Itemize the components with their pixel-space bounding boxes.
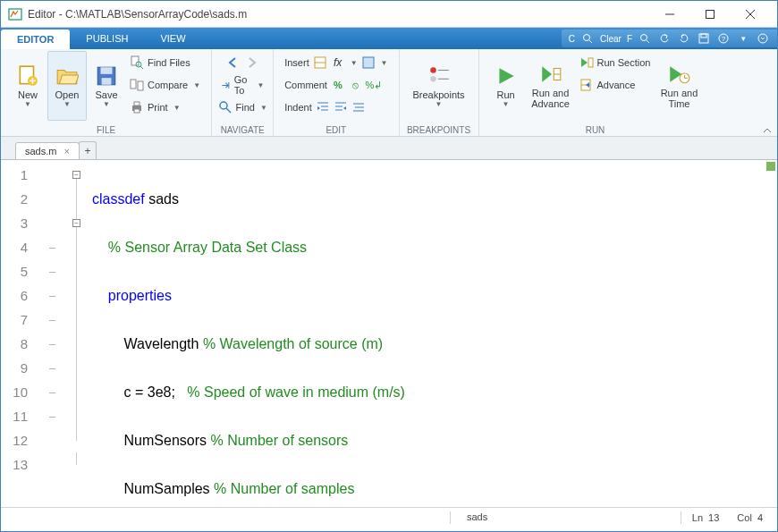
run-advance-button[interactable]: Run and Advance [526,51,576,121]
svg-point-13 [758,34,767,43]
svg-rect-25 [134,102,140,106]
group-navigate: Go To▼ Find▼ NAVIGATE [212,49,274,136]
nav-back-forward[interactable] [223,53,262,72]
goto-icon [221,78,231,92]
wrap-comment-icon[interactable]: %↲ [367,78,381,92]
svg-point-28 [220,102,227,109]
group-run-label: RUN [479,125,712,135]
breakpoints-button[interactable]: Breakpoints▼ [407,51,471,121]
run-section-button[interactable]: Run Section [576,53,655,72]
qat-c-label: C [567,34,577,44]
ribbon-collapse-icon[interactable] [763,123,772,132]
run-time-button[interactable]: Run and Time [654,51,704,121]
svg-point-42 [430,67,436,73]
insert-section-icon[interactable] [313,55,327,70]
run-icon [495,64,518,88]
advance-icon [579,78,594,92]
svg-line-6 [589,40,592,43]
close-tab-icon[interactable]: × [63,146,69,156]
group-edit-label: EDIT [274,125,398,135]
uncomment-icon[interactable]: ⦸ [349,78,363,92]
maximize-button[interactable] [689,2,730,27]
run-time-icon [667,63,690,86]
tab-publish[interactable]: PUBLISH [70,28,144,49]
find-files-button[interactable]: Find Files [126,53,204,72]
search-qat-icon-2[interactable] [636,31,654,46]
ribbon-tabstrip: EDITOR PUBLISH VIEW C Clear F ? ▾ [1,28,777,49]
open-icon [55,64,79,88]
minimize-button[interactable] [649,2,689,27]
find-icon [218,100,233,114]
outdent-icon[interactable] [334,100,348,114]
print-icon [130,100,144,114]
svg-line-8 [647,40,649,43]
group-file-label: FILE [1,125,211,135]
save-button[interactable]: Save▼ [87,51,126,121]
indent-icon[interactable] [316,100,330,114]
redo-icon[interactable] [675,31,693,46]
tab-editor[interactable]: EDITOR [1,30,70,49]
code-editor[interactable]: 12345678910111213 –––––––– − − classdef … [1,160,777,507]
smart-indent-icon[interactable] [351,100,366,114]
group-bp-label: BREAKPOINTS [400,125,478,135]
svg-point-5 [583,35,589,41]
svg-rect-32 [363,57,374,68]
save-label: Save [95,89,117,100]
fx-icon[interactable]: fx [331,55,345,70]
help-icon[interactable]: ? [715,31,732,46]
search-qat-icon[interactable] [579,31,596,46]
qat-circle-icon[interactable] [754,31,772,46]
find-files-icon [130,55,144,70]
app-icon [8,7,22,21]
advance-button[interactable]: Advance [576,75,655,95]
svg-point-43 [430,76,436,82]
fold-column[interactable]: − − [72,160,89,507]
line-numbers: 12345678910111213 [1,160,35,507]
svg-rect-19 [131,56,139,65]
group-run: Run▼ Run and Advance Run Section Advance… [479,49,712,136]
document-tabs: sads.m× + [1,137,777,160]
print-button[interactable]: Print▼ [126,97,204,117]
new-button[interactable]: New▼ [8,51,47,121]
insert-misc-icon[interactable] [361,55,376,70]
undo-icon[interactable] [655,31,673,46]
group-edit: Insert fx▼ ▼ Comment % ⦸ %↲ Indent EDIT [274,49,399,136]
run-advance-icon [539,63,562,86]
svg-text:?: ? [722,35,726,43]
code-overview-marker[interactable] [766,162,775,171]
svg-rect-48 [588,58,593,67]
add-tab-button[interactable]: + [79,141,97,159]
svg-point-7 [641,35,647,41]
close-button[interactable] [730,2,770,27]
save-qat-icon[interactable] [695,31,713,46]
breakpoints-icon [427,64,451,88]
new-icon [16,64,39,88]
file-tab-sads[interactable]: sads.m× [15,142,80,159]
group-file: New▼ Open▼ Save▼ Find Files Compare▼ Pri… [1,49,212,136]
compare-button[interactable]: Compare▼ [126,75,204,95]
window-title: Editor - C:\MATLAB\SensorArrayCode\sads.… [28,8,649,21]
compare-icon [130,78,144,92]
svg-rect-17 [101,67,113,74]
open-button[interactable]: Open▼ [47,51,87,121]
svg-rect-2 [706,10,714,18]
tab-view[interactable]: VIEW [144,28,201,49]
goto-button[interactable]: Go To▼ [217,75,268,95]
run-button[interactable]: Run▼ [486,51,526,121]
arrow-right-icon [244,55,258,70]
svg-rect-10 [701,34,706,38]
code-area[interactable]: classdef sads % Sensor Array Data Set Cl… [89,160,777,507]
comment-icon[interactable]: % [331,78,345,92]
svg-rect-26 [134,109,140,113]
new-label: New [18,89,38,100]
titlebar: Editor - C:\MATLAB\SensorArrayCode\sads.… [1,1,777,28]
arrow-left-icon [226,55,241,70]
breakpoint-column[interactable]: –––––––– [35,160,72,507]
group-nav-label: NAVIGATE [212,125,273,135]
qat-clear[interactable]: Clear [598,34,623,44]
quick-access-toolbar: C Clear F ? ▾ [562,30,777,47]
save-icon [95,64,118,88]
qat-dropdown-icon[interactable]: ▾ [734,31,752,46]
insert-row: Insert fx▼ ▼ [281,53,391,72]
find-button[interactable]: Find▼ [215,97,271,117]
